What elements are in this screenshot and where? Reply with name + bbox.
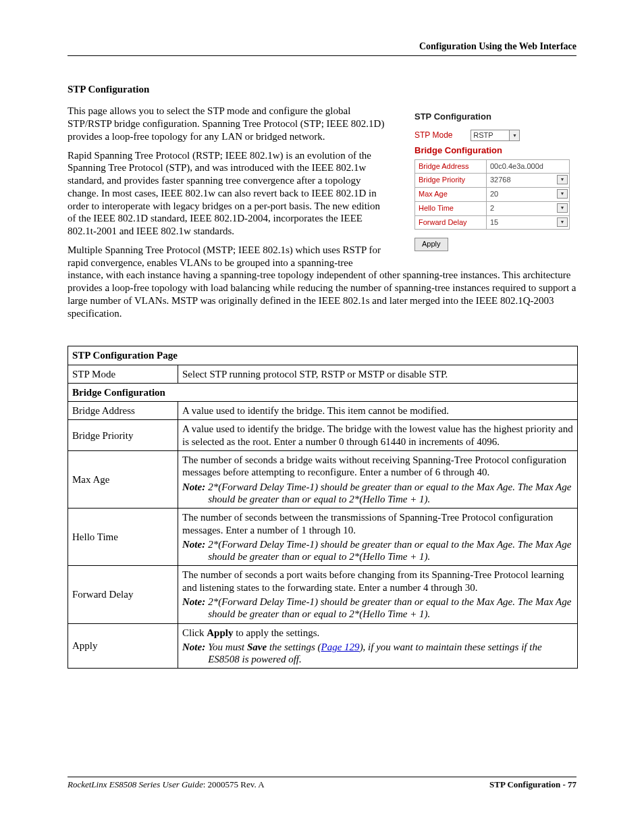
running-header: Configuration Using the Web Interface (68, 41, 576, 55)
max-age-input[interactable]: 20▼ (487, 188, 570, 202)
bridge-priority-label: Bridge Priority (415, 174, 487, 188)
row-desc: The number of seconds between the transm… (178, 509, 578, 566)
chevron-down-icon[interactable]: ▼ (557, 217, 568, 227)
note-text: 2*(Forward Delay Time-1) should be great… (208, 481, 573, 506)
chevron-down-icon[interactable]: ▼ (509, 130, 520, 141)
row-label: Apply (68, 623, 178, 669)
row-label: Forward Delay (68, 566, 178, 623)
row-label: Max Age (68, 451, 178, 509)
row-label: Bridge Address (68, 402, 178, 420)
bridge-address-value: 00c0.4e3a.000d (487, 159, 570, 174)
apply-button[interactable]: Apply (414, 238, 448, 251)
bridge-address-label: Bridge Address (415, 159, 487, 174)
row-desc: A value used to identify the bridge. Thi… (178, 402, 578, 420)
note-text: You must Save the settings (Page 129), i… (208, 641, 573, 666)
stp-config-figure: STP Configuration STP Mode RSTP▼ Bridge … (408, 105, 576, 258)
footer-right: STP Configuration - 77 (489, 779, 576, 790)
bridge-config-header: Bridge Configuration (414, 145, 576, 156)
stp-mode-label: STP Mode (414, 130, 468, 140)
bridge-config-table: Bridge Address 00c0.4e3a.000d Bridge Pri… (414, 159, 570, 230)
figure-title: STP Configuration (414, 111, 576, 122)
section-title: STP Configuration (68, 83, 576, 96)
subsection-header: Bridge Configuration (68, 383, 578, 401)
header-rule (68, 55, 576, 56)
chevron-down-icon[interactable]: ▼ (557, 189, 568, 199)
row-label: Hello Time (68, 509, 178, 566)
table-caption: STP Configuration Page (68, 346, 578, 365)
row-desc: A value used to identify the bridge. The… (178, 420, 578, 451)
note-text: 2*(Forward Delay Time-1) should be great… (208, 538, 573, 563)
max-age-label: Max Age (415, 188, 487, 202)
stp-config-page-table: STP Configuration Page STP Mode Select S… (68, 346, 578, 669)
page-link[interactable]: Page 129 (321, 642, 360, 652)
note-text: 2*(Forward Delay Time-1) should be great… (208, 596, 573, 621)
page-footer: RocketLinx ES8508 Series User Guide: 200… (68, 777, 576, 790)
forward-delay-input[interactable]: 15▼ (487, 215, 570, 230)
note-label: Note: (182, 481, 208, 506)
note-label: Note: (182, 538, 208, 563)
chevron-down-icon[interactable]: ▼ (557, 175, 568, 184)
row-desc: The number of seconds a port waits befor… (178, 566, 578, 623)
row-label: Bridge Priority (68, 420, 178, 451)
bridge-priority-input[interactable]: 32768▼ (487, 174, 570, 188)
note-label: Note: (182, 596, 208, 621)
hello-time-input[interactable]: 2▼ (487, 201, 570, 215)
row-desc: Click Apply to apply the settings. Note:… (178, 623, 578, 669)
row-desc: The number of seconds a bridge waits wit… (178, 451, 578, 509)
hello-time-label: Hello Time (415, 201, 487, 215)
row-desc: Select STP running protocol STP, RSTP or… (178, 365, 578, 383)
forward-delay-label: Forward Delay (415, 215, 487, 230)
stp-mode-select[interactable]: RSTP (471, 130, 510, 142)
row-label: STP Mode (68, 365, 178, 383)
note-label: Note: (182, 641, 208, 666)
chevron-down-icon[interactable]: ▼ (557, 203, 568, 213)
footer-left: RocketLinx ES8508 Series User Guide: 200… (68, 779, 265, 790)
